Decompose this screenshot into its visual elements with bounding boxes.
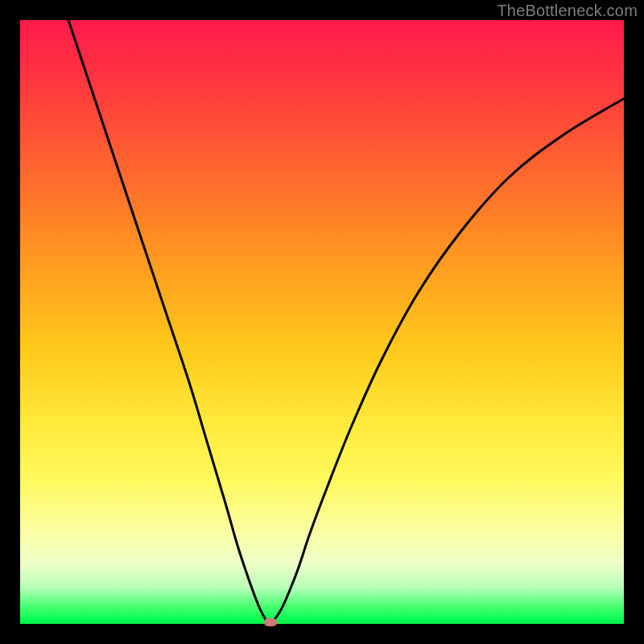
bottleneck-curve	[20, 20, 624, 624]
watermark-text: TheBottleneck.com	[497, 2, 638, 20]
chart-frame: TheBottleneck.com	[0, 0, 644, 644]
vertex-marker	[264, 618, 277, 626]
plot-area	[20, 20, 624, 624]
